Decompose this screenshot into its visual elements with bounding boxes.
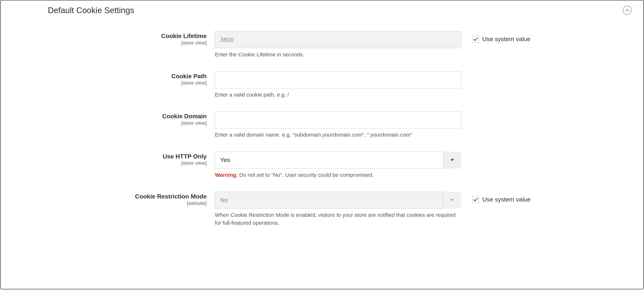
input-col: Enter the Cookie Lifetime in seconds. [215, 31, 461, 58]
field-label: Cookie Lifetime [161, 32, 207, 39]
http-only-select[interactable]: Yes [215, 152, 461, 168]
warning-label: Warning [215, 172, 236, 178]
field-label: Cookie Restriction Mode [135, 193, 207, 200]
field-label: Cookie Path [172, 73, 207, 80]
restriction-mode-select: No [215, 192, 461, 209]
field-hint: Warning: Do not set to "No". User securi… [215, 171, 458, 179]
label-col: Cookie Restriction Mode [website] [48, 192, 215, 206]
check-icon [473, 37, 478, 42]
use-system-checkbox-lifetime[interactable] [472, 36, 479, 42]
select-value: Yes [215, 152, 461, 168]
label-col: Cookie Domain [store view] [48, 112, 215, 126]
input-col: Enter a valid cookie path. e.g. / [215, 71, 461, 99]
use-system-col: Use system value [461, 192, 530, 203]
input-col: Enter a valid domain name. e.g. "subdoma… [215, 112, 461, 139]
use-system-col [461, 71, 472, 76]
field-hint: Enter the Cookie Lifetime in seconds. [215, 51, 458, 58]
field-scope: [store view] [48, 160, 207, 166]
select-value: No [215, 192, 461, 209]
default-cookie-settings-panel: Default Cookie Settings Cookie Lifetime … [0, 0, 644, 289]
cookie-path-input[interactable] [215, 71, 461, 88]
field-scope: [store view] [48, 40, 207, 46]
label-col: Use HTTP Only [store view] [48, 152, 215, 166]
cookie-lifetime-input [215, 31, 461, 48]
use-system-col: Use system value [461, 31, 530, 42]
use-system-col [461, 112, 472, 116]
section-title: Default Cookie Settings [12, 5, 134, 15]
label-col: Cookie Path [store view] [48, 71, 215, 86]
use-system-label: Use system value [482, 35, 530, 42]
field-scope: [website] [48, 200, 207, 206]
chevron-down-icon [450, 159, 454, 161]
fields-container: Cookie Lifetime [store view] Enter the C… [12, 31, 632, 227]
field-hint: When Cookie Restriction Mode is enabled,… [215, 211, 458, 227]
chevron-up-icon [625, 9, 630, 12]
input-col: No When Cookie Restriction Mode is enabl… [215, 192, 461, 227]
field-cookie-path: Cookie Path [store view] Enter a valid c… [48, 71, 632, 99]
field-label: Use HTTP Only [162, 153, 207, 160]
use-system-col [461, 152, 472, 156]
input-col: Yes Warning: Do not set to "No". User se… [215, 152, 461, 179]
panel-header: Default Cookie Settings [12, 5, 632, 15]
use-system-label: Use system value [482, 196, 530, 203]
cookie-domain-input[interactable] [215, 112, 461, 128]
select-arrow [443, 152, 461, 168]
select-arrow [443, 192, 461, 209]
field-hint: Enter a valid domain name. e.g. "subdoma… [215, 131, 458, 139]
chevron-down-icon [450, 199, 454, 201]
svg-marker-1 [450, 199, 454, 201]
collapse-toggle[interactable] [623, 6, 632, 15]
field-label: Cookie Domain [162, 113, 207, 120]
field-hint: Enter a valid cookie path. e.g. / [215, 91, 458, 99]
field-restriction-mode: Cookie Restriction Mode [website] No Whe… [48, 192, 632, 227]
field-cookie-domain: Cookie Domain [store view] Enter a valid… [48, 112, 632, 139]
check-icon [473, 197, 478, 202]
field-scope: [store view] [48, 80, 207, 86]
svg-marker-0 [450, 159, 454, 161]
field-http-only: Use HTTP Only [store view] Yes Warning: … [48, 152, 632, 179]
label-col: Cookie Lifetime [store view] [48, 31, 215, 46]
warning-text: : Do not set to "No". User security coul… [236, 172, 374, 178]
use-system-checkbox-restriction[interactable] [472, 196, 479, 203]
field-cookie-lifetime: Cookie Lifetime [store view] Enter the C… [48, 31, 632, 58]
field-scope: [store view] [48, 120, 207, 126]
